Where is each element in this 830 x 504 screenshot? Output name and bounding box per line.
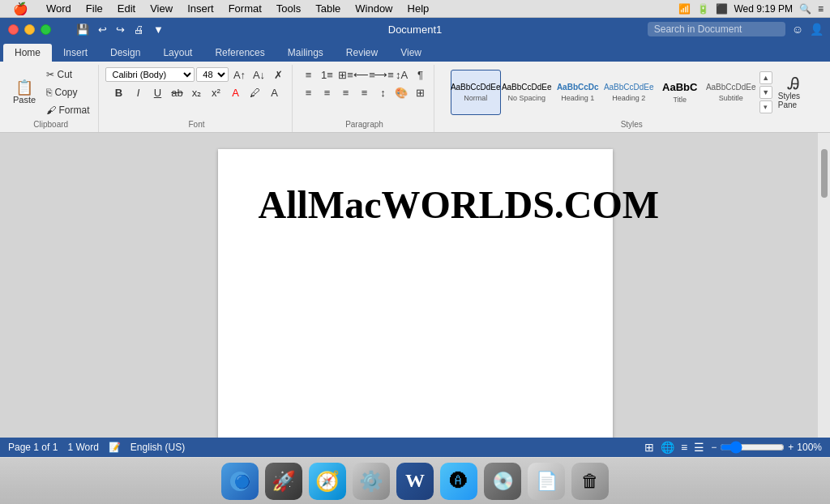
style-heading2[interactable]: AaBbCcDdEe Heading 2 (604, 70, 654, 115)
dock-word[interactable]: W (396, 463, 434, 500)
font-color-button[interactable]: A (265, 84, 283, 100)
styles-more-button[interactable]: ▾ (759, 100, 772, 113)
dock-dvd[interactable]: 💿 (484, 463, 521, 500)
strikethrough-button[interactable]: ab (168, 84, 186, 100)
language-info[interactable]: English (US) (130, 442, 185, 453)
table-menu[interactable]: Table (309, 2, 347, 15)
page-info: Page 1 of 1 (8, 442, 58, 453)
shading-button[interactable]: 🎨 (392, 84, 410, 100)
web-view-button[interactable]: 🌐 (661, 441, 674, 454)
font-name-select[interactable]: Calibri (Body) (105, 67, 195, 82)
help-menu[interactable]: Help (401, 2, 436, 15)
print-view-button[interactable]: ⊞ (644, 441, 654, 454)
word-menu[interactable]: Word (40, 2, 78, 15)
search-icon[interactable]: 🔍 (799, 3, 811, 15)
copy-button[interactable]: ⎘ Copy (42, 84, 93, 100)
sort-button[interactable]: ↕A (392, 66, 410, 83)
tab-layout[interactable]: Layout (152, 44, 203, 62)
clear-format-button[interactable]: ✗ (269, 66, 287, 83)
align-left-button[interactable]: ≡ (299, 84, 317, 100)
dock-finder[interactable]: 🔵 (221, 463, 259, 500)
tab-view[interactable]: View (389, 44, 433, 62)
smiley-icon[interactable]: ☺ (792, 23, 803, 36)
align-right-button[interactable]: ≡ (336, 84, 354, 100)
search-input[interactable] (648, 22, 785, 36)
maximize-button[interactable] (41, 24, 51, 35)
dock-file[interactable]: 📄 (528, 463, 565, 500)
borders-button[interactable]: ⊞ (411, 84, 429, 100)
save-button[interactable]: 💾 (73, 22, 92, 37)
style-normal[interactable]: AaBbCcDdEe Normal (451, 70, 501, 115)
scroll-thumb[interactable] (821, 149, 828, 198)
format-menu[interactable]: Format (222, 2, 268, 15)
file-menu[interactable]: File (79, 2, 109, 15)
bullets-button[interactable]: ≡ (299, 66, 317, 83)
style-title[interactable]: AaBbC Title (655, 70, 705, 115)
tab-insert[interactable]: Insert (52, 44, 99, 62)
text-color-button[interactable]: A (226, 84, 244, 100)
dock-safari[interactable]: 🧭 (309, 463, 346, 500)
document-area[interactable]: AllMacWORLDS.COM (0, 133, 830, 438)
minimize-button[interactable] (24, 24, 35, 35)
dock-trash[interactable]: 🗑 (571, 463, 609, 500)
tab-references[interactable]: References (203, 44, 276, 62)
zoom-in-button[interactable]: + (788, 442, 794, 453)
edit-menu[interactable]: Edit (111, 2, 142, 15)
highlight-button[interactable]: 🖊 (246, 84, 263, 100)
style-no-spacing[interactable]: AaBbCcDdEe No Spacing (502, 70, 552, 115)
insert-menu[interactable]: Insert (181, 2, 220, 15)
document-content[interactable]: AllMacWORLDS.COM (259, 182, 572, 229)
tab-review[interactable]: Review (335, 44, 389, 62)
draft-view-button[interactable]: ☰ (694, 441, 704, 454)
underline-button[interactable]: U (148, 84, 166, 100)
apple-menu[interactable]: 🍎 (6, 1, 35, 17)
decrease-font-button[interactable]: A↓ (250, 66, 267, 83)
style-title-name: Title (673, 96, 687, 104)
show-marks-button[interactable]: ¶ (411, 66, 429, 83)
paste-button[interactable]: 📋 Paste (8, 77, 41, 108)
increase-font-button[interactable]: A↑ (230, 66, 248, 83)
safari-icon: 🧭 (315, 470, 340, 493)
tools-menu[interactable]: Tools (270, 2, 307, 15)
customize-button[interactable]: ▼ (150, 22, 167, 37)
line-spacing-button[interactable]: ↕ (374, 84, 391, 100)
decrease-indent-button[interactable]: ⟵≡ (355, 66, 373, 83)
zoom-out-button[interactable]: − (711, 442, 717, 453)
justify-button[interactable]: ≡ (355, 84, 373, 100)
outline-view-button[interactable]: ≡ (681, 441, 687, 454)
bold-button[interactable]: B (109, 84, 127, 100)
format-painter-button[interactable]: 🖌 Format (42, 102, 93, 118)
dock-preferences[interactable]: ⚙️ (353, 463, 390, 500)
tab-design[interactable]: Design (99, 44, 152, 62)
print-button[interactable]: 🖨 (130, 22, 148, 37)
style-subtitle[interactable]: AaBbCcDdEe Subtitle (706, 70, 756, 115)
dock-launchpad[interactable]: 🚀 (265, 463, 302, 500)
document-page[interactable]: AllMacWORLDS.COM (218, 149, 613, 438)
multilevel-button[interactable]: ⊞≡ (336, 66, 354, 83)
subscript-button[interactable]: x₂ (187, 84, 205, 100)
tab-mailings[interactable]: Mailings (276, 44, 335, 62)
zoom-slider[interactable] (720, 441, 785, 454)
redo-button[interactable]: ↪ (113, 22, 128, 37)
cut-button[interactable]: ✂ Cut (42, 66, 93, 83)
styles-up-button[interactable]: ▲ (759, 71, 772, 84)
increase-indent-button[interactable]: ⟶≡ (374, 66, 391, 83)
numbering-button[interactable]: 1≡ (318, 66, 336, 83)
styles-down-button[interactable]: ▼ (759, 86, 772, 99)
share-icon[interactable]: 👤 (810, 23, 824, 36)
superscript-button[interactable]: x² (207, 84, 225, 100)
proofread-icon[interactable]: 📝 (109, 442, 121, 453)
dock-appstore[interactable]: 🅐 (440, 463, 477, 500)
font-size-select[interactable]: 48 (196, 67, 229, 82)
controls-icon[interactable]: ≡ (818, 3, 824, 15)
align-center-button[interactable]: ≡ (318, 84, 336, 100)
close-button[interactable] (8, 24, 19, 35)
vertical-scrollbar[interactable] (818, 133, 830, 438)
style-heading1[interactable]: AaBbCcDc Heading 1 (553, 70, 603, 115)
undo-button[interactable]: ↩ (95, 22, 110, 37)
tab-home[interactable]: Home (3, 44, 52, 62)
view-menu[interactable]: View (143, 2, 179, 15)
styles-pane-button[interactable]: Ꭿ Styles Pane (774, 70, 813, 115)
italic-button[interactable]: I (129, 84, 147, 100)
window-menu[interactable]: Window (349, 2, 399, 15)
